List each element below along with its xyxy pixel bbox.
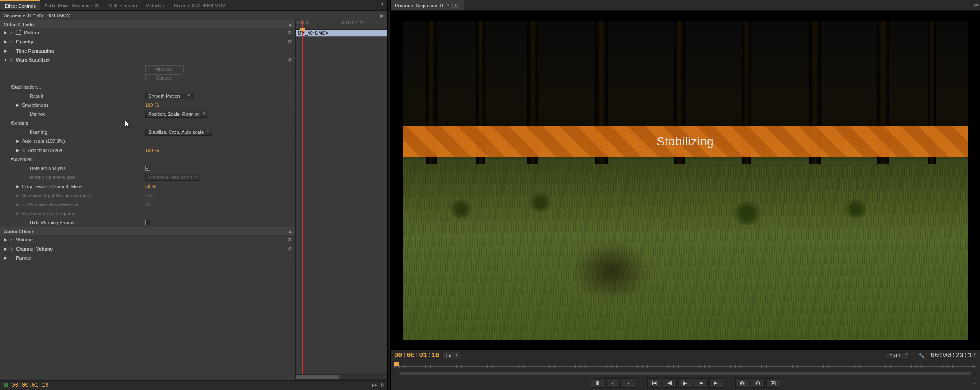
fx-volume-row[interactable]: ▶ fx Volume ↺ (0, 235, 295, 245)
play-button[interactable]: ▶ (678, 378, 692, 388)
tab-multi-camera[interactable]: Multi-Camera (104, 0, 141, 10)
step-forward-button[interactable]: |▶ (694, 378, 708, 388)
twirl-icon[interactable]: ▶ (15, 103, 20, 107)
twirl-icon[interactable]: ▼ (3, 58, 8, 62)
svg-point-11 (772, 382, 774, 384)
twirl-icon[interactable]: ▶ (3, 49, 8, 53)
twirl-icon[interactable]: ▼ (3, 157, 10, 161)
output-icon[interactable]: ⎘ (381, 382, 384, 388)
go-to-in-button[interactable]: |◀ (647, 378, 661, 388)
transform-icon[interactable] (14, 30, 22, 36)
analyze-button[interactable]: Analyze (145, 65, 184, 72)
timeline-clip[interactable]: MVI_4048.MOV (296, 30, 387, 37)
close-icon[interactable]: ▼ (452, 3, 459, 8)
fx-timeremap-row[interactable]: ▶ Time Remapping (0, 46, 295, 56)
playhead[interactable] (302, 20, 303, 380)
fx-opacity-row[interactable]: ▶ fx Opacity ↺ (0, 37, 295, 46)
motion-label: Motion (22, 30, 39, 35)
fx-badge-icon[interactable]: fx (8, 58, 14, 62)
zoom-bar[interactable] (391, 370, 980, 376)
detailed-checkbox[interactable]: ✓ (145, 166, 150, 171)
reset-icon[interactable]: ↺ (287, 39, 292, 45)
cancel-button[interactable]: Cancel (145, 74, 181, 81)
tab-source[interactable]: Source: MVI_4048.MOV (170, 0, 230, 10)
fx-panner-row[interactable]: ▶ Panner (0, 254, 295, 263)
twirl-icon[interactable]: ▶ (15, 148, 20, 152)
reset-icon[interactable]: ↺ (287, 237, 292, 243)
fx-channelvol-row[interactable]: ▶ fx Channel Volume ↺ (0, 245, 295, 254)
zoom-icon[interactable]: ▸▸ (372, 382, 377, 388)
opacity-label: Opacity (14, 39, 33, 44)
fx-motion-row[interactable]: ▶ fx Motion ↺ (0, 28, 295, 37)
twirl-icon[interactable]: ▼ (3, 85, 10, 89)
reset-icon[interactable]: ↺ (287, 57, 292, 63)
mark-in-button[interactable] (591, 378, 604, 388)
additional-scale-value[interactable]: 100 % (145, 148, 159, 153)
tab-program[interactable]: Program: Sequence 01 ▼ ▼ (391, 0, 464, 10)
status-timecode[interactable]: 00:00:01:16 (12, 382, 49, 388)
twirl-icon[interactable]: ▼ (3, 121, 10, 125)
scrollbar-thumb[interactable] (296, 375, 339, 379)
twirl-icon[interactable]: ▶ (3, 256, 8, 260)
fx-warp-row[interactable]: ▼ fx Warp Stabilizer ↺ (0, 56, 295, 65)
scrub-bar[interactable] (391, 361, 980, 370)
extract-button[interactable] (751, 378, 765, 388)
sequence-dropdown-icon[interactable]: ▼ (446, 3, 450, 7)
reset-icon[interactable]: ↺ (287, 246, 292, 252)
timeline-scrollbar[interactable] (296, 374, 387, 380)
fx-badge-icon[interactable]: fx (8, 31, 14, 35)
current-timecode[interactable]: 00:00:01:16 (394, 352, 440, 359)
tab-metadata[interactable]: Metadata (141, 0, 170, 10)
warp-stabilizer-label: Warp Stabilizer (14, 57, 50, 62)
effect-properties-list: Video Effects ▴ ▶ fx Motion ↺ ▶ fx Opaci… (0, 20, 295, 380)
reset-icon[interactable]: ↺ (287, 30, 292, 36)
smoothness-value[interactable]: 100 % (145, 102, 159, 108)
tab-audio-mixer[interactable]: Audio Mixer: Sequence 01 (40, 0, 104, 10)
lift-button[interactable] (735, 378, 749, 388)
collapse-icon[interactable]: ▴ (289, 229, 292, 234)
add-button[interactable]: + (972, 379, 976, 387)
autoscale-row[interactable]: ▶ Auto-scale (107.3%) (0, 137, 295, 146)
result-dropdown[interactable]: Smooth Motion (145, 93, 193, 99)
scrub-playhead[interactable] (394, 362, 399, 366)
twirl-icon[interactable]: ▶ (3, 238, 8, 242)
fx-badge-icon[interactable]: fx (8, 40, 14, 44)
method-dropdown[interactable]: Position, Scale, Rotation (145, 111, 208, 118)
effect-timeline[interactable]: 00;00 00:00:14:23 MVI_4048.MOV (295, 20, 387, 380)
audio-effects-header[interactable]: Audio Effects ▴ (0, 227, 295, 235)
fx-badge-icon[interactable]: fx (8, 238, 14, 242)
borders-group[interactable]: ▼ Borders (0, 119, 295, 128)
twirl-icon[interactable]: ▶ (15, 184, 20, 189)
hide-banner-checkbox[interactable] (145, 220, 150, 225)
set-out-button[interactable]: } (622, 378, 635, 388)
detailed-analysis-label: Detailed Analysis (3, 166, 66, 171)
panel-menu-button[interactable]: ▾≡ (381, 1, 386, 7)
twirl-icon[interactable]: ▶ (15, 139, 20, 143)
twirl-icon[interactable]: ▶ (3, 247, 8, 251)
collapse-icon[interactable]: ▴ (289, 22, 292, 27)
wrench-icon[interactable]: 🔧 (918, 353, 925, 359)
synth-feather-row: ▶ ◇ Synthesis Edge Feather 10 (0, 200, 295, 209)
go-to-out-button[interactable]: ▶| (709, 378, 723, 388)
twirl-icon[interactable]: ▶ (3, 40, 8, 44)
fx-badge-icon[interactable]: fx (8, 247, 14, 251)
panel-menu-button[interactable]: ▾≡ (974, 3, 979, 8)
zoom-fit-dropdown[interactable]: Fit (442, 352, 460, 359)
playhead-icon[interactable] (300, 28, 305, 31)
quality-dropdown[interactable]: Full (886, 352, 910, 360)
advanced-group[interactable]: ▼ Advanced (0, 155, 295, 164)
twirl-icon[interactable]: ▶ (3, 31, 8, 35)
stopwatch-icon[interactable]: ◇ (21, 148, 26, 152)
set-in-button[interactable]: { (606, 378, 620, 388)
step-back-button[interactable]: ◀| (663, 378, 677, 388)
video-effects-header[interactable]: Video Effects ▴ (0, 20, 295, 28)
cropless-value[interactable]: 50 % (145, 184, 156, 189)
framing-dropdown[interactable]: Stabilize, Crop, Auto-scale (145, 129, 212, 136)
stabilization-group[interactable]: ▼ Stabilization... (0, 83, 295, 92)
export-frame-button[interactable] (766, 378, 780, 388)
program-monitor[interactable]: Stabilizing (391, 11, 980, 350)
show-timeline-button[interactable]: ▶ (380, 13, 384, 19)
zoom-track[interactable] (399, 372, 971, 375)
tab-effect-controls[interactable]: Effect Controls (0, 0, 40, 10)
timeline-ruler[interactable]: 00;00 00:00:14:23 (296, 20, 387, 30)
